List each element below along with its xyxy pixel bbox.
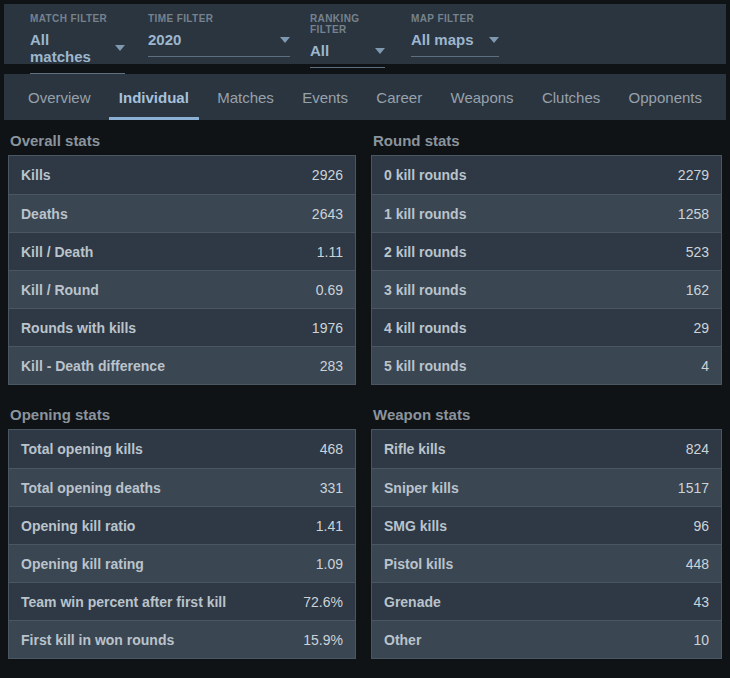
section-opening-stats: Opening stats Total opening kills 468 To… [8, 394, 356, 659]
table-row: 0 kill rounds 2279 [372, 156, 721, 194]
stat-value: 162 [686, 282, 709, 298]
table-row: 4 kill rounds 29 [372, 308, 721, 346]
tab-clutches[interactable]: Clutches [532, 74, 610, 120]
stat-value: 10 [693, 632, 709, 648]
filter-match-filter[interactable]: MATCH FILTER All matches [30, 13, 125, 64]
stat-label: Sniper kills [384, 480, 459, 496]
tab-weapons[interactable]: Weapons [441, 74, 524, 120]
section-title: Round stats [373, 133, 722, 148]
table-row: Total opening deaths 331 [9, 468, 355, 506]
tab-events[interactable]: Events [292, 74, 358, 120]
stat-value: 2279 [678, 167, 709, 183]
tab-career[interactable]: Career [366, 74, 432, 120]
stat-value: 43 [693, 594, 709, 610]
chevron-down-icon [375, 48, 385, 54]
table-row: Total opening kills 468 [9, 430, 355, 468]
table-row: Rounds with kills 1976 [9, 308, 355, 346]
stat-label: Rounds with kills [21, 320, 136, 336]
stat-value: 1.41 [316, 518, 343, 534]
filter-bar: MATCH FILTER All matches TIME FILTER 202… [4, 4, 726, 64]
filter-label: TIME FILTER [148, 13, 290, 24]
filter-control: All maps [411, 31, 499, 57]
stat-label: Kill - Death difference [21, 358, 165, 374]
stats-table: Total opening kills 468 Total opening de… [8, 429, 356, 659]
table-row: Pistol kills 448 [372, 544, 721, 582]
stat-value: 1.09 [316, 556, 343, 572]
stats-grid: Overall stats Kills 2926 Deaths 2643 Kil… [4, 120, 726, 659]
table-row: Deaths 2643 [9, 194, 355, 232]
section-title: Weapon stats [373, 407, 722, 422]
stat-label: 2 kill rounds [384, 244, 466, 260]
table-row: Team win percent after first kill 72.6% [9, 582, 355, 620]
stat-label: 4 kill rounds [384, 320, 466, 336]
table-row: First kill in won rounds 15.9% [9, 620, 355, 658]
stat-label: Rifle kills [384, 441, 445, 457]
table-row: Grenade 43 [372, 582, 721, 620]
stat-label: Kill / Round [21, 282, 99, 298]
filter-label: MAP FILTER [411, 13, 499, 24]
stat-value: 0.69 [316, 282, 343, 298]
stat-label: 3 kill rounds [384, 282, 466, 298]
tab-matches[interactable]: Matches [207, 74, 284, 120]
stat-label: First kill in won rounds [21, 632, 174, 648]
table-row: SMG kills 96 [372, 506, 721, 544]
stat-label: Total opening kills [21, 441, 143, 457]
stat-value: 523 [686, 244, 709, 260]
chevron-down-icon [489, 37, 499, 43]
stat-value: 15.9% [303, 632, 343, 648]
stat-value: 96 [693, 518, 709, 534]
stat-label: Grenade [384, 594, 441, 610]
section-overall-stats: Overall stats Kills 2926 Deaths 2643 Kil… [8, 120, 356, 385]
stat-label: Deaths [21, 206, 68, 222]
stat-value: 824 [686, 441, 709, 457]
table-row: 1 kill rounds 1258 [372, 194, 721, 232]
table-row: Other 10 [372, 620, 721, 658]
tab-opponents[interactable]: Opponents [619, 74, 712, 120]
table-row: Kills 2926 [9, 156, 355, 194]
stat-value: 2926 [312, 167, 343, 183]
stat-value: 1.11 [317, 244, 343, 260]
table-row: Opening kill ratio 1.41 [9, 506, 355, 544]
stats-table: Rifle kills 824 Sniper kills 1517 SMG ki… [371, 429, 722, 659]
filter-control: All [310, 42, 385, 68]
table-row: Kill - Death difference 283 [9, 346, 355, 384]
stat-label: Pistol kills [384, 556, 453, 572]
chevron-down-icon [280, 37, 290, 43]
filter-time-filter[interactable]: TIME FILTER 2020 [148, 13, 290, 64]
stat-label: Opening kill ratio [21, 518, 135, 534]
stat-label: 5 kill rounds [384, 358, 466, 374]
filter-value: All [310, 42, 329, 59]
stats-table: 0 kill rounds 2279 1 kill rounds 1258 2 … [371, 155, 722, 385]
player-stats-page: MATCH FILTER All matches TIME FILTER 202… [4, 4, 726, 659]
stat-label: 0 kill rounds [384, 167, 466, 183]
table-row: Kill / Death 1.11 [9, 232, 355, 270]
stats-table: Kills 2926 Deaths 2643 Kill / Death 1.11… [8, 155, 356, 385]
filter-control: 2020 [148, 31, 290, 57]
section-round-stats: Round stats 0 kill rounds 2279 1 kill ro… [371, 120, 722, 385]
stat-label: Total opening deaths [21, 480, 161, 496]
filter-value: 2020 [148, 31, 181, 48]
stat-label: Team win percent after first kill [21, 594, 226, 610]
stat-value: 4 [701, 358, 709, 374]
filter-value: All matches [30, 31, 107, 65]
section-title: Opening stats [10, 407, 356, 422]
stat-value: 448 [686, 556, 709, 572]
filter-value: All maps [411, 31, 474, 48]
table-row: 5 kill rounds 4 [372, 346, 721, 384]
stat-label: Opening kill rating [21, 556, 144, 572]
stat-value: 72.6% [303, 594, 343, 610]
stat-label: SMG kills [384, 518, 447, 534]
tab-overview[interactable]: Overview [18, 74, 101, 120]
tab-bar: Overview Individual Matches Events Caree… [4, 74, 726, 120]
table-row: Sniper kills 1517 [372, 468, 721, 506]
table-row: 2 kill rounds 523 [372, 232, 721, 270]
table-row: Opening kill rating 1.09 [9, 544, 355, 582]
tab-individual[interactable]: Individual [109, 74, 199, 120]
filter-control: All matches [30, 31, 125, 74]
stat-value: 331 [320, 480, 343, 496]
filter-map-filter[interactable]: MAP FILTER All maps [411, 13, 499, 64]
stat-label: Kill / Death [21, 244, 93, 260]
section-title: Overall stats [10, 133, 356, 148]
stat-value: 1517 [678, 480, 709, 496]
filter-ranking-filter[interactable]: RANKING FILTER All [310, 13, 385, 64]
